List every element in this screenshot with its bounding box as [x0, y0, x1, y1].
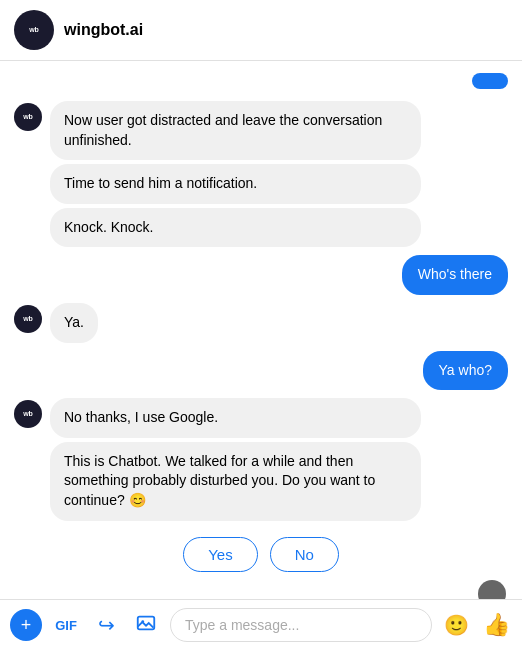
thumbs-up-icon: 👍 — [483, 612, 510, 638]
message-input[interactable] — [170, 608, 432, 642]
image-button[interactable] — [130, 609, 162, 641]
top-action-button[interactable] — [472, 73, 508, 89]
bot-message-row-2: wb Ya. — [14, 303, 508, 343]
action-buttons-row: Yes No — [14, 537, 508, 572]
bot-bubble-3b: This is Chatbot. We talked for a while a… — [50, 442, 421, 521]
user-bubble-1: Who's there — [402, 255, 508, 295]
bot-message-row-3: wb No thanks, I use Google. This is Chat… — [14, 398, 508, 520]
bot-bubble-1b: Time to send him a notification. — [50, 164, 421, 204]
typing-dot — [478, 580, 506, 599]
yes-button[interactable]: Yes — [183, 537, 257, 572]
bot-avatar-2: wb — [14, 305, 42, 333]
header-avatar-label: wb — [29, 26, 39, 34]
bot-bubble-1c: Knock. Knock. — [50, 208, 421, 248]
emoji-button[interactable]: 🙂 — [440, 609, 472, 641]
thumbs-up-button[interactable]: 👍 — [480, 609, 512, 641]
gif-icon: GIF — [55, 618, 77, 633]
bot-bubble-group-2: Ya. — [50, 303, 98, 343]
bot-bubble-3a: No thanks, I use Google. — [50, 398, 421, 438]
bot-bubble-group-3: No thanks, I use Google. This is Chatbot… — [50, 398, 421, 520]
typing-indicator-row — [14, 580, 508, 599]
emoji-icon: 🙂 — [444, 613, 469, 637]
bot-message-row-1: wb Now user got distracted and leave the… — [14, 101, 508, 247]
header-title: wingbot.ai — [64, 21, 143, 39]
bot-bubble-1a: Now user got distracted and leave the co… — [50, 101, 421, 160]
chat-header: wb wingbot.ai — [0, 0, 522, 61]
gif-button[interactable]: GIF — [50, 609, 82, 641]
bot-bubble-2a: Ya. — [50, 303, 98, 343]
bot-bubble-group-1: Now user got distracted and leave the co… — [50, 101, 421, 247]
messages-area: wb Now user got distracted and leave the… — [0, 61, 522, 599]
user-bubble-2: Ya who? — [423, 351, 508, 391]
forward-button[interactable]: ↪ — [90, 609, 122, 641]
forward-icon: ↪ — [98, 613, 115, 637]
user-message-row-1: Who's there — [14, 255, 508, 295]
bot-avatar-3: wb — [14, 400, 42, 428]
plus-button[interactable]: + — [10, 609, 42, 641]
bot-avatar-1: wb — [14, 103, 42, 131]
image-icon — [135, 612, 157, 639]
plus-icon: + — [21, 615, 32, 636]
no-button[interactable]: No — [270, 537, 339, 572]
input-bar: + GIF ↪ 🙂 👍 — [0, 599, 522, 650]
user-message-row-2: Ya who? — [14, 351, 508, 391]
header-avatar: wb — [14, 10, 54, 50]
top-button-row — [14, 73, 508, 89]
